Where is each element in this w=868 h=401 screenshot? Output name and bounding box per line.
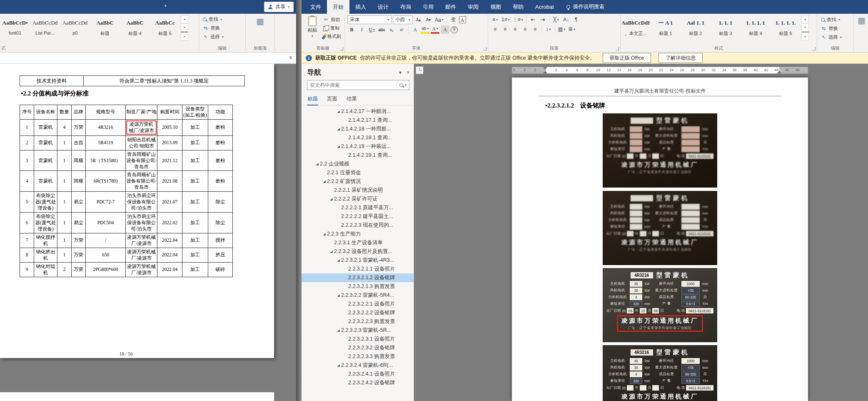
nav-tab-results[interactable]: 结果	[346, 94, 357, 105]
partial-cell-1[interactable]: 技术支持资料	[20, 76, 84, 86]
style-chip[interactable]: AaBbCcDdI。本文正...	[621, 15, 651, 40]
justify-button[interactable]: ≡	[521, 25, 529, 33]
align-right-button[interactable]: ≡	[511, 25, 519, 33]
font-color-button[interactable]: A▾	[431, 25, 439, 34]
style-chip[interactable]: AaBbCcD•font01	[0, 15, 30, 40]
nav-heading-item[interactable]: 2.2.3.2.4.2 设备铭牌	[302, 378, 414, 387]
table-cell[interactable]: 加工	[182, 192, 208, 213]
table-cell[interactable]: 除尘	[208, 192, 233, 213]
equipment-table[interactable]: 序号设备名称数量品牌规格型号制造厂家/产地购置时间设备类型(加工/检验)功能1雷…	[20, 105, 233, 277]
table-cell[interactable]: 1	[20, 119, 34, 135]
paste-button[interactable]: 粘贴 ▾	[304, 15, 321, 40]
style-chip[interactable]: 1. 1. 1. 1.标题 5	[771, 15, 801, 40]
italic-button[interactable]: I	[357, 25, 366, 34]
nav-heading-item[interactable]: 2.2.3.2.2.3 购置发票	[302, 317, 414, 326]
find-button[interactable]: 查找 ▾	[199, 15, 245, 24]
nav-heading-item[interactable]: 2.2.3.2.2.2 设备铭牌	[302, 308, 414, 317]
table-cell[interactable]: 加工	[182, 233, 208, 248]
table-cell[interactable]: 钠化对辊机	[34, 262, 57, 277]
grow-font-button[interactable]: A▴	[414, 16, 423, 24]
scroll-up-icon[interactable]: ▴	[181, 15, 188, 24]
table-cell[interactable]: 2005.10	[157, 119, 182, 135]
cut-button[interactable]: ✂ 剪切	[323, 15, 341, 24]
shading-button[interactable]: ▧▾	[557, 25, 566, 33]
align-left-button[interactable]: ≡	[491, 25, 499, 33]
table-cell[interactable]: 雷蒙机	[34, 171, 57, 192]
table-cell[interactable]: 布袋除尘器(废气处理设备)	[34, 192, 57, 213]
nav-heading-item[interactable]: 2.2.3.2.3.3 购置发票	[302, 352, 414, 361]
nameplate-photo[interactable]: 型雷蒙机主机电机kW磨环内径mm风机电机kW最大进料粒度mm分析机电机kW成品粒…	[603, 113, 717, 188]
ribbon-tab-插入[interactable]: 插入	[349, 0, 372, 14]
styles-dialog-launcher[interactable]	[812, 47, 816, 50]
ribbon-tab-文件[interactable]: 文件	[304, 0, 327, 14]
table-cell[interactable]: 易尘	[72, 192, 86, 213]
table-cell[interactable]: 搅拌	[208, 233, 233, 248]
line-spacing-button[interactable]: ↕▾	[544, 25, 553, 33]
table-cell[interactable]: 雷蒙机	[34, 135, 57, 150]
nav-heading-item[interactable]: 2.2.1 注册资金	[302, 168, 414, 177]
table-cell[interactable]: 2013.09	[157, 135, 182, 150]
table-cell[interactable]: 2022.04	[157, 248, 182, 262]
style-chip[interactable]: AaBbCc标题 5	[150, 15, 180, 40]
partial-table[interactable]: 技术支持资料 符合第二章“投标人须知”第 1.11.3 项规定	[20, 75, 245, 86]
table-cell[interactable]: 9	[20, 262, 34, 277]
nav-heading-item[interactable]: ◢2.1.4.2.19 一种装运...	[302, 142, 414, 151]
table-cell[interactable]: 磨粉	[208, 119, 233, 135]
table-cell[interactable]: 挤压	[208, 248, 233, 262]
clipboard-dialog-launcher[interactable]	[340, 47, 343, 50]
table-cell[interactable]: 4R3216	[86, 119, 126, 135]
table-cell[interactable]: 万荣	[72, 119, 86, 135]
nav-heading-item[interactable]: ◢2.2.3 生产能力	[302, 230, 414, 238]
nav-heading-item[interactable]: 2.2.3.2.3.2 设备铭牌	[302, 343, 414, 352]
table-cell[interactable]: 3	[20, 150, 34, 171]
underline-button[interactable]: U▾	[367, 25, 376, 34]
table-cell[interactable]: 磨粉	[208, 171, 233, 192]
table-cell[interactable]: 2022.02	[157, 213, 182, 233]
nav-tab-headings[interactable]: 标题	[307, 94, 318, 105]
table-cell[interactable]: 万荣	[72, 233, 86, 248]
ribbon-tab-帮助[interactable]: 帮助	[507, 0, 529, 14]
table-cell[interactable]: 1	[57, 213, 72, 233]
paragraph-dialog-launcher[interactable]	[616, 47, 619, 50]
nav-heading-item[interactable]: 2.2.3.2.1.3 购置发票	[302, 282, 414, 291]
table-cell[interactable]: 7	[20, 233, 34, 248]
ribbon-tab-Acrobat[interactable]: Acrobat	[529, 0, 560, 14]
style-chip[interactable]: Aal 1. 1标题 2	[681, 15, 711, 40]
addins-icon[interactable]: ▦	[858, 16, 866, 25]
ribbon-tab-视图[interactable]: 视图	[484, 0, 507, 14]
nav-heading-item[interactable]: 2.2.3.2.2.1 设备照片	[302, 300, 414, 308]
table-cell[interactable]: 加工	[182, 135, 208, 150]
horizontal-ruler[interactable]: 6422468101214161820222426283032343638404…	[512, 67, 808, 74]
table-cell[interactable]: 8	[20, 248, 34, 262]
nameplate-photo[interactable]: 4R3216型雷蒙机主机电机45kW磨环内径1000mm风机电机30kW最大进料…	[603, 345, 717, 401]
asian-layout-button[interactable]: ╳▾	[552, 15, 561, 24]
change-case-button[interactable]: Aa▾	[434, 16, 444, 24]
ribbon-tab-设计[interactable]: 设计	[372, 0, 394, 14]
pane-options-chevron-icon[interactable]: ▾	[399, 70, 402, 75]
enclose-characters-button[interactable]: 字	[451, 26, 458, 33]
nav-heading-item[interactable]: 2.2.2.2.2 建平县国土...	[302, 212, 414, 221]
ribbon-tab-开始[interactable]: 开始	[327, 0, 349, 14]
table-cell[interactable]: 2PG800*600	[86, 262, 126, 277]
nav-heading-item[interactable]: 2.1.4.2.19.1 查询...	[302, 151, 414, 160]
table-cell[interactable]: 5	[20, 192, 34, 213]
table-cell[interactable]: 万荣	[72, 262, 86, 277]
table-cell[interactable]: 4	[20, 171, 34, 192]
quick-access-caret-icon[interactable]: ▾	[165, 4, 167, 8]
table-cell[interactable]: 雷蒙机	[34, 150, 57, 171]
tell-me-search[interactable]: 操作说明搜索	[566, 0, 604, 14]
find-button[interactable]: 查找 ▾	[817, 15, 853, 24]
table-cell[interactable]: 青岛同顺矿山设备有限公司/青岛市	[126, 150, 157, 171]
nav-heading-item[interactable]: ◢2.2.3.2 设备照片及购置...	[302, 247, 414, 256]
show-hide-marks-button[interactable]: ¶	[572, 15, 581, 24]
table-cell[interactable]: 1	[57, 248, 72, 262]
superscript-button[interactable]: x²	[397, 25, 406, 34]
table-cell[interactable]: 磨粉	[208, 135, 233, 150]
table-cell[interactable]: 加工	[182, 213, 208, 233]
nav-search-input[interactable]	[307, 82, 397, 88]
table-cell[interactable]: 凌源万荣机械厂/凌源市	[126, 233, 157, 248]
style-chip[interactable]: 1. 1. 1. 1标题 4	[741, 15, 771, 40]
table-cell[interactable]: 凌源万荣机械厂/凌源市	[126, 119, 157, 135]
nav-search-box[interactable]: ▾	[307, 80, 409, 90]
ribbon-tab-审阅[interactable]: 审阅	[462, 0, 484, 14]
